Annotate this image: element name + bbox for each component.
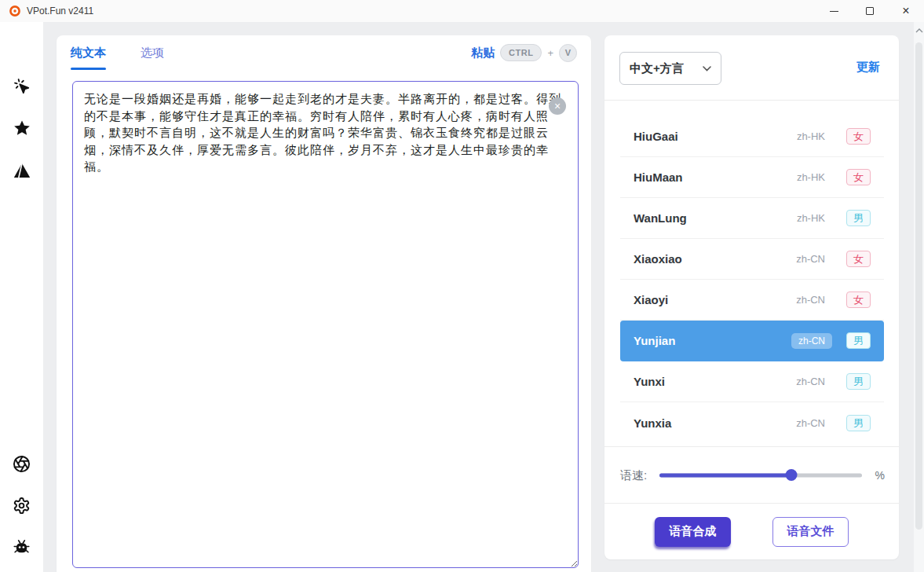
star-icon: [13, 119, 31, 138]
minimize-button[interactable]: [816, 0, 852, 22]
voice-lang: zh-CN: [796, 294, 825, 306]
voice-row[interactable]: HiuGaai zh-HK 女: [620, 116, 884, 157]
sidebar-settings-button[interactable]: [8, 491, 36, 519]
sidebar-robot-button[interactable]: [8, 533, 36, 561]
sidebar: [0, 22, 43, 572]
sidebar-triangle-button[interactable]: [8, 156, 36, 185]
close-button[interactable]: ×: [888, 0, 924, 22]
speed-slider-thumb[interactable]: [785, 469, 797, 481]
voice-row[interactable]: Xiaoxiao zh-CN 女: [620, 239, 884, 280]
sidebar-star-button[interactable]: [8, 114, 36, 142]
voice-lang: zh-CN: [796, 253, 825, 265]
voice-row[interactable]: Yunjian zh-CN 男: [620, 321, 884, 361]
editor-tabbar: 纯文本 选项 粘贴 CTRL + V: [57, 35, 591, 70]
window-controls: ×: [816, 0, 924, 22]
speed-slider[interactable]: [659, 473, 862, 477]
tab-options[interactable]: 选项: [141, 35, 164, 70]
close-icon: ×: [902, 5, 909, 17]
language-select-value: 中文+方言: [630, 61, 684, 76]
speed-section: 语速: %: [604, 446, 899, 503]
editor-card: 纯文本 选项 粘贴 CTRL + V 无论是一段婚姻还是再婚，能够一起走到老的才…: [57, 35, 591, 572]
voice-name: WanLung: [634, 211, 797, 225]
scrollbar-thumb[interactable]: [915, 42, 922, 530]
text-input-area: 无论是一段婚姻还是再婚，能够一起走到老的才是夫妻。半路离开的，都是过客。得到的不…: [72, 81, 579, 568]
voice-name: Xiaoxiao: [634, 252, 796, 266]
window-scrollbar[interactable]: [914, 22, 924, 572]
gear-icon: [13, 497, 31, 515]
panel-header: 中文+方言 更新: [604, 35, 899, 101]
voice-name: HiuGaai: [634, 130, 797, 143]
voice-row[interactable]: Yunxia zh-CN 男: [620, 402, 884, 443]
voice-panel: 中文+方言 更新 HiuGaai zh-HK 女 HiuMaan zh-HK 女…: [604, 35, 899, 559]
titlebar: VPot.Fun v2411 ×: [0, 0, 924, 22]
window-title: VPot.Fun v2411: [27, 6, 93, 16]
triangle-icon: [13, 161, 31, 180]
scroll-up-arrow-icon[interactable]: [915, 28, 923, 33]
aperture-icon: [13, 455, 31, 473]
voice-row[interactable]: Yunxi zh-CN 男: [620, 361, 884, 402]
clear-icon: ×: [554, 101, 561, 112]
voice-name: Yunjian: [634, 334, 791, 347]
voice-name: Yunxia: [634, 416, 796, 430]
voice-gender-badge: 男: [846, 332, 871, 349]
robot-icon: [13, 538, 31, 556]
kbd-v-badge: V: [559, 44, 577, 62]
voice-name: HiuMaan: [634, 170, 797, 184]
voice-gender-badge: 女: [846, 169, 871, 185]
voice-file-button[interactable]: 语音文件: [772, 517, 849, 547]
voice-gender-badge: 女: [846, 292, 871, 308]
minimize-icon: [830, 11, 838, 12]
speed-unit: %: [875, 469, 885, 482]
text-input[interactable]: 无论是一段婚姻还是再婚，能够一起走到老的才是夫妻。半路离开的，都是过客。得到的不…: [72, 81, 579, 568]
voice-list: HiuGaai zh-HK 女 HiuMaan zh-HK 女 WanLung …: [620, 101, 884, 443]
voice-gender-badge: 女: [846, 251, 871, 267]
voice-lang: zh-HK: [797, 171, 825, 183]
voice-lang: zh-HK: [797, 130, 825, 142]
voice-gender-badge: 女: [846, 128, 871, 145]
voice-lang: zh-CN: [791, 333, 832, 349]
maximize-button[interactable]: [852, 0, 888, 22]
paste-button[interactable]: 粘贴: [471, 46, 495, 60]
voice-gender-badge: 男: [846, 415, 871, 431]
chevron-down-icon: [703, 66, 711, 72]
maximize-icon: [866, 7, 874, 15]
voice-gender-badge: 男: [846, 373, 871, 390]
voice-gender-badge: 男: [846, 210, 871, 226]
sidebar-pointer-button[interactable]: [8, 72, 36, 101]
voice-name: Yunxi: [634, 375, 796, 388]
kbd-ctrl-badge: CTRL: [500, 44, 542, 61]
pointer-click-icon: [13, 78, 31, 95]
voice-name: Xiaoyi: [634, 293, 796, 306]
action-buttons: 语音合成 语音文件: [604, 503, 899, 559]
voice-lang: zh-CN: [796, 417, 825, 429]
speed-slider-fill: [659, 473, 791, 477]
voice-row[interactable]: Xiaoyi zh-CN 女: [620, 280, 884, 321]
paste-hint: 粘贴 CTRL + V: [471, 44, 577, 62]
language-select[interactable]: 中文+方言: [619, 52, 721, 85]
refresh-link[interactable]: 更新: [856, 60, 880, 75]
voice-row[interactable]: HiuMaan zh-HK 女: [620, 157, 884, 198]
sidebar-aperture-button[interactable]: [8, 449, 36, 478]
plus-sign: +: [547, 47, 553, 59]
tab-plain-text[interactable]: 纯文本: [71, 35, 106, 70]
voice-lang: zh-CN: [796, 376, 825, 387]
voice-lang: zh-HK: [797, 212, 825, 224]
voice-row[interactable]: WanLung zh-HK 男: [620, 198, 884, 239]
speed-label: 语速:: [620, 468, 647, 482]
synthesize-button[interactable]: 语音合成: [655, 517, 731, 547]
app-logo-icon: [9, 5, 21, 17]
clear-text-button[interactable]: ×: [549, 97, 566, 115]
